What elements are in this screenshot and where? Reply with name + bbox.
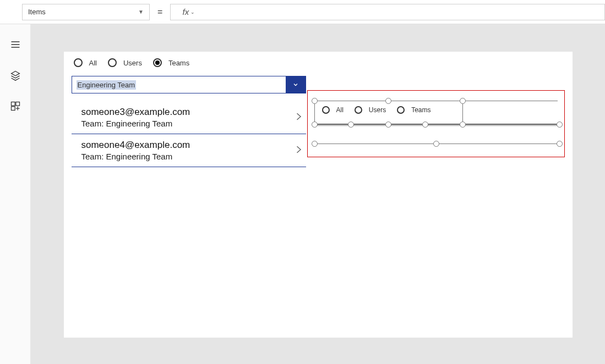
screen-left-column: All Users Teams Engineering Team xyxy=(72,58,306,167)
list-item-title: someone3@example.com xyxy=(81,107,190,118)
resize-handle[interactable] xyxy=(460,98,466,104)
resize-handle[interactable] xyxy=(422,122,428,128)
radio-users[interactable] xyxy=(108,58,117,67)
list-item-subtitle: Team: Engineering Team xyxy=(81,119,190,128)
fx-button[interactable]: fx ⌄ xyxy=(170,4,206,20)
radio-teams[interactable] xyxy=(397,106,405,114)
radio-group-main[interactable]: All Users Teams xyxy=(72,58,306,67)
canvas[interactable]: All Users Teams Engineering Team xyxy=(64,52,573,338)
resize-handle[interactable] xyxy=(557,141,563,147)
insert-icon[interactable] xyxy=(9,100,21,112)
list-item-text: someone3@example.com Team: Engineering T… xyxy=(81,107,190,128)
radio-all-label: All xyxy=(89,59,97,67)
radio-teams-label: Teams xyxy=(168,59,189,67)
formula-input[interactable] xyxy=(206,4,605,20)
chevron-down-icon: ▼ xyxy=(138,9,144,15)
svg-rect-1 xyxy=(15,102,19,106)
workspace: All Users Teams Engineering Team xyxy=(0,24,605,364)
list-item-text: someone4@example.com Team: Engineering T… xyxy=(81,140,190,161)
resize-handle[interactable] xyxy=(433,141,439,147)
selection-line xyxy=(314,101,315,124)
list-item[interactable]: someone4@example.com Team: Engineering T… xyxy=(72,134,306,167)
list-item[interactable]: someone3@example.com Team: Engineering T… xyxy=(72,101,306,134)
radio-users-label: Users xyxy=(123,59,142,67)
equals-label: = xyxy=(150,7,170,17)
list-item-title: someone4@example.com xyxy=(81,140,190,151)
svg-rect-2 xyxy=(11,107,15,111)
resize-handle[interactable] xyxy=(348,122,354,128)
layers-icon[interactable] xyxy=(9,69,21,81)
chevron-right-icon xyxy=(293,142,304,159)
canvas-area: All Users Teams Engineering Team xyxy=(31,24,605,364)
formula-bar: Items ▼ = fx ⌄ xyxy=(0,0,605,24)
resize-handle[interactable] xyxy=(460,122,466,128)
chevron-down-icon: ⌄ xyxy=(190,9,195,15)
team-dropdown-button[interactable] xyxy=(286,76,306,93)
svg-rect-0 xyxy=(11,102,15,106)
resize-handle[interactable] xyxy=(312,122,318,128)
radio-group-selected[interactable]: All Users Teams xyxy=(322,106,435,114)
radio-users[interactable] xyxy=(355,106,362,114)
team-dropdown-text: Engineering Team xyxy=(77,80,137,90)
property-selector[interactable]: Items ▼ xyxy=(22,4,150,20)
radio-all[interactable] xyxy=(74,58,83,67)
selection-line xyxy=(314,101,558,101)
resize-handle[interactable] xyxy=(557,122,563,128)
left-rail xyxy=(0,24,31,364)
team-dropdown-value: Engineering Team xyxy=(72,76,286,93)
resize-handle[interactable] xyxy=(385,98,391,104)
radio-users-label: Users xyxy=(369,106,386,114)
chevron-right-icon xyxy=(293,109,304,126)
resize-handle[interactable] xyxy=(312,141,318,147)
radio-all-label: All xyxy=(336,106,344,114)
selection-line xyxy=(462,101,463,124)
team-dropdown[interactable]: Engineering Team xyxy=(72,76,306,93)
resize-handle[interactable] xyxy=(385,122,391,128)
property-selector-label: Items xyxy=(28,8,46,16)
hamburger-icon[interactable] xyxy=(9,38,21,51)
selected-group[interactable]: All Users Teams xyxy=(307,90,565,157)
chevron-down-icon xyxy=(292,81,299,88)
radio-all[interactable] xyxy=(322,106,330,114)
radio-teams[interactable] xyxy=(153,58,162,67)
resize-handle[interactable] xyxy=(312,98,318,104)
fx-label: fx xyxy=(183,7,189,16)
list-item-subtitle: Team: Engineering Team xyxy=(81,152,190,161)
radio-teams-label: Teams xyxy=(411,106,430,114)
